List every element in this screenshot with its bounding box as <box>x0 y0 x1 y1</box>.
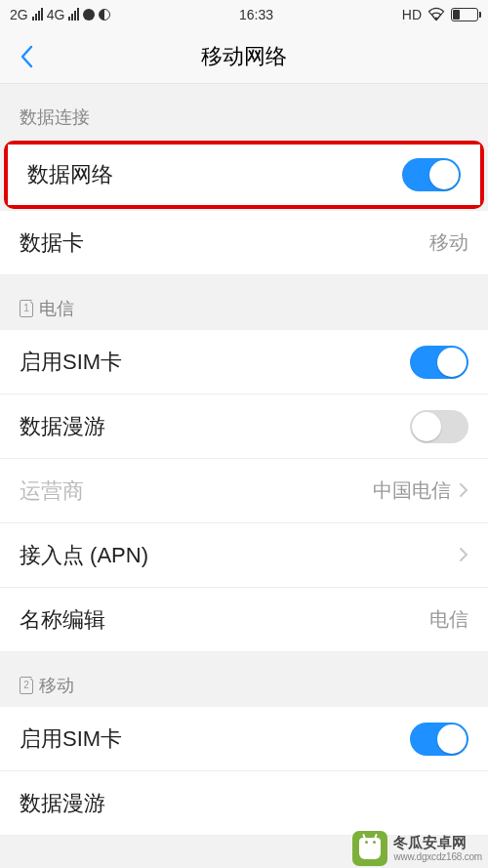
row-carrier[interactable]: 运营商 中国电信 <box>0 459 488 523</box>
enable-sim-1-toggle[interactable] <box>410 346 468 379</box>
row-data-network[interactable]: 数据网络 <box>8 145 480 205</box>
enable-sim-2-toggle[interactable] <box>410 723 468 756</box>
chevron-right-icon <box>459 478 468 504</box>
network-4g: 4G <box>47 7 65 22</box>
indicator-half-icon <box>99 9 110 21</box>
apn-label: 接入点 (APN) <box>20 541 148 570</box>
section-header-mobile: 2 移动 <box>0 652 488 707</box>
svg-point-0 <box>435 17 437 19</box>
status-left: 2G 4G <box>10 7 110 22</box>
row-roaming-2[interactable]: 数据漫游 <box>0 771 488 836</box>
roaming-1-label: 数据漫游 <box>20 412 105 441</box>
status-bar: 2G 4G 16:33 HD <box>0 0 488 29</box>
enable-sim-1-label: 启用SIM卡 <box>20 348 122 377</box>
roaming-1-toggle[interactable] <box>410 410 468 443</box>
page-title: 移动网络 <box>201 42 287 71</box>
section-mobile-label: 移动 <box>39 674 74 697</box>
row-enable-sim-2[interactable]: 启用SIM卡 <box>0 707 488 771</box>
data-card-label: 数据卡 <box>20 228 84 258</box>
row-name-edit[interactable]: 名称编辑 电信 <box>0 588 488 652</box>
carrier-value: 中国电信 <box>373 477 451 504</box>
watermark-url: www.dgxcdz168.com <box>393 851 482 862</box>
section-telecom-label: 电信 <box>39 297 74 320</box>
name-edit-label: 名称编辑 <box>20 605 105 635</box>
name-edit-value: 电信 <box>429 606 468 633</box>
chevron-left-icon <box>20 45 33 68</box>
indicator-dot-icon <box>83 9 95 21</box>
data-card-value: 移动 <box>429 229 468 256</box>
data-network-label: 数据网络 <box>27 160 113 189</box>
signal-icon-1 <box>32 9 43 21</box>
nav-header: 移动网络 <box>0 29 488 84</box>
wifi-icon <box>427 7 445 23</box>
signal-icon-2 <box>68 9 79 21</box>
chevron-right-icon <box>459 543 468 568</box>
highlight-box: 数据网络 <box>4 141 484 209</box>
section-header-data-connection: 数据连接 <box>0 84 488 139</box>
status-time: 16:33 <box>239 7 273 22</box>
status-right: HD <box>402 7 478 23</box>
section-header-telecom: 1 电信 <box>0 275 488 330</box>
back-button[interactable] <box>12 42 41 71</box>
row-enable-sim-1[interactable]: 启用SIM卡 <box>0 330 488 394</box>
enable-sim-2-label: 启用SIM卡 <box>20 724 122 754</box>
android-icon <box>352 831 387 866</box>
row-data-card[interactable]: 数据卡 移动 <box>0 211 488 275</box>
row-apn[interactable]: 接入点 (APN) <box>0 523 488 588</box>
watermark: 冬瓜安卓网 www.dgxcdz168.com <box>352 831 482 866</box>
watermark-name: 冬瓜安卓网 <box>393 835 482 851</box>
sim-1-icon: 1 <box>20 300 33 317</box>
sim-2-icon: 2 <box>20 677 33 694</box>
data-network-toggle[interactable] <box>402 158 461 191</box>
roaming-2-label: 数据漫游 <box>20 789 105 818</box>
hd-indicator: HD <box>402 7 422 22</box>
row-roaming-1[interactable]: 数据漫游 <box>0 394 488 459</box>
network-2g: 2G <box>10 7 28 22</box>
battery-icon <box>451 8 478 21</box>
content: 数据连接 数据网络 数据卡 移动 1 电信 启用SIM卡 数据漫游 运营商 中国… <box>0 84 488 836</box>
carrier-label: 运营商 <box>20 476 84 506</box>
